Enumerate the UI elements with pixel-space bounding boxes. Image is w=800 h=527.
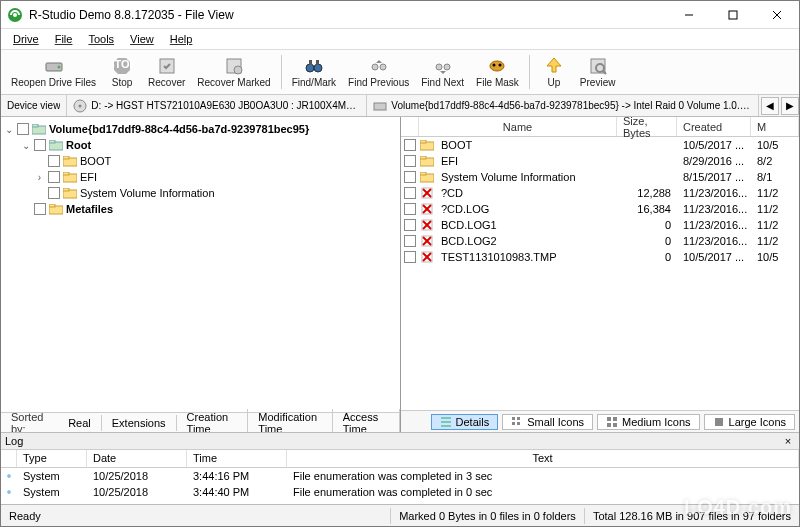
file-row[interactable]: System Volume Information8/15/2017 ...8/… <box>401 169 799 185</box>
column-checkbox[interactable] <box>401 117 419 136</box>
tree-node-svi[interactable]: System Volume Information <box>3 185 398 201</box>
checkbox[interactable] <box>34 203 46 215</box>
file-row[interactable]: ?CD12,28811/23/2016...11/2 <box>401 185 799 201</box>
view-medium-icons-button[interactable]: Medium Icons <box>597 414 699 430</box>
file-modified: 10/5 <box>751 139 781 151</box>
tree-node-volume[interactable]: ⌄ Volume{bd17ddf9-88c4-4d56-ba7d-9239781… <box>3 121 398 137</box>
column-modified[interactable]: M <box>751 117 799 136</box>
checkbox[interactable] <box>404 139 416 151</box>
checkbox[interactable] <box>48 187 60 199</box>
log-row[interactable]: iSystem10/25/20183:44:16 PMFile enumerat… <box>1 468 799 484</box>
file-row[interactable]: ?CD.LOG16,38411/23/2016...11/2 <box>401 201 799 217</box>
preview-icon <box>588 56 608 76</box>
svg-point-14 <box>314 64 322 72</box>
file-size: 16,384 <box>617 203 677 215</box>
find-mark-button[interactable]: Find/Mark <box>286 54 342 90</box>
collapse-icon[interactable]: ⌄ <box>20 140 31 151</box>
file-row[interactable]: BOOT10/5/2017 ...10/5 <box>401 137 799 153</box>
file-row[interactable]: BCD.LOG2011/23/2016...11/2 <box>401 233 799 249</box>
collapse-icon[interactable]: ⌄ <box>3 124 14 135</box>
file-row[interactable]: BCD.LOG1011/23/2016...11/2 <box>401 217 799 233</box>
preview-button[interactable]: Preview <box>574 54 622 90</box>
file-mask-button[interactable]: File Mask <box>470 54 525 90</box>
log-header: Log × <box>1 432 799 450</box>
file-created: 8/15/2017 ... <box>677 171 751 183</box>
find-next-button[interactable]: Find Next <box>415 54 470 90</box>
log-row[interactable]: iSystem10/25/20183:44:40 PMFile enumerat… <box>1 484 799 500</box>
log-close-button[interactable]: × <box>781 435 795 447</box>
column-created[interactable]: Created <box>677 117 751 136</box>
expand-icon[interactable]: › <box>34 172 45 183</box>
checkbox[interactable] <box>48 171 60 183</box>
file-row[interactable]: TEST1131010983.TMP010/5/2017 ...10/5 <box>401 249 799 265</box>
log-col-text[interactable]: Text <box>287 450 799 467</box>
view-details-button[interactable]: Details <box>431 414 499 430</box>
column-size[interactable]: Size, Bytes <box>617 117 677 136</box>
svg-rect-72 <box>607 423 611 427</box>
checkbox[interactable] <box>48 155 60 167</box>
log-body[interactable]: iSystem10/25/20183:44:16 PMFile enumerat… <box>1 468 799 504</box>
tree-node-efi[interactable]: › EFI <box>3 169 398 185</box>
file-list[interactable]: BOOT10/5/2017 ...10/5EFI8/29/2016 ...8/2… <box>401 137 799 410</box>
menu-tools[interactable]: Tools <box>80 31 122 47</box>
app-icon <box>7 7 23 23</box>
file-size: 0 <box>617 235 677 247</box>
view-large-icons-button[interactable]: Large Icons <box>704 414 795 430</box>
log-col-type[interactable]: Type <box>17 450 87 467</box>
deleted-file-icon <box>419 251 435 263</box>
file-modified: 11/2 <box>751 219 781 231</box>
tree-node-metafiles[interactable]: Metafiles <box>3 201 398 217</box>
checkbox[interactable] <box>404 187 416 199</box>
path-segment-volume[interactable]: Volume{bd17ddf9-88c4-4d56-ba7d-9239781be… <box>367 95 759 116</box>
menu-drive[interactable]: Drive <box>5 31 47 47</box>
tree-node-root[interactable]: ⌄ Root <box>3 137 398 153</box>
sort-extensions-tab[interactable]: Extensions <box>102 415 177 431</box>
log-col-time[interactable]: Time <box>187 450 287 467</box>
checkbox[interactable] <box>404 155 416 167</box>
status-ready: Ready <box>1 508 391 524</box>
checkbox[interactable] <box>404 219 416 231</box>
close-button[interactable] <box>755 1 799 29</box>
path-nav-left[interactable]: ◀ <box>761 97 779 115</box>
checkbox[interactable] <box>404 235 416 247</box>
view-small-icons-button[interactable]: Small Icons <box>502 414 593 430</box>
status-total: Total 128.16 MB in 907 files in 97 folde… <box>585 508 799 524</box>
path-nav-right[interactable]: ▶ <box>781 97 799 115</box>
svg-point-19 <box>436 64 442 70</box>
folder-tree[interactable]: ⌄ Volume{bd17ddf9-88c4-4d56-ba7d-9239781… <box>1 117 400 412</box>
log-col-date[interactable]: Date <box>87 450 187 467</box>
device-view-tab[interactable]: Device view <box>1 95 67 116</box>
svg-rect-3 <box>729 11 737 19</box>
folder-icon <box>419 172 435 183</box>
checkbox[interactable] <box>34 139 46 151</box>
menu-view[interactable]: View <box>122 31 162 47</box>
file-name: BCD.LOG1 <box>435 219 617 231</box>
checkbox[interactable] <box>404 203 416 215</box>
svg-point-21 <box>490 61 504 71</box>
large-icons-icon <box>713 416 725 428</box>
file-row[interactable]: EFI8/29/2016 ...8/2 <box>401 153 799 169</box>
recover-marked-button[interactable]: Recover Marked <box>191 54 276 90</box>
find-previous-button[interactable]: Find Previous <box>342 54 415 90</box>
checkbox[interactable] <box>17 123 29 135</box>
deleted-file-icon <box>419 219 435 231</box>
svg-rect-33 <box>49 140 55 143</box>
recover-button[interactable]: Recover <box>142 54 191 90</box>
checkbox[interactable] <box>404 251 416 263</box>
path-segment-disk[interactable]: D: -> HGST HTS721010A9E630 JB0OA3U0 : JR… <box>67 95 367 116</box>
stop-button[interactable]: STOP Stop <box>102 54 142 90</box>
checkbox[interactable] <box>404 171 416 183</box>
sort-bar: Sorted by: Real Extensions Creation Time… <box>1 412 400 432</box>
maximize-button[interactable] <box>711 1 755 29</box>
deleted-file-icon <box>419 187 435 199</box>
menu-help[interactable]: Help <box>162 31 201 47</box>
up-button[interactable]: Up <box>534 54 574 90</box>
minimize-button[interactable] <box>667 1 711 29</box>
tree-node-boot[interactable]: BOOT <box>3 153 398 169</box>
column-name[interactable]: Name <box>419 117 617 136</box>
svg-rect-35 <box>63 156 69 159</box>
sort-real-tab[interactable]: Real <box>58 415 102 431</box>
reopen-drive-files-button[interactable]: Reopen Drive Files <box>5 54 102 90</box>
deleted-file-icon <box>419 235 435 247</box>
menu-file[interactable]: File <box>47 31 81 47</box>
